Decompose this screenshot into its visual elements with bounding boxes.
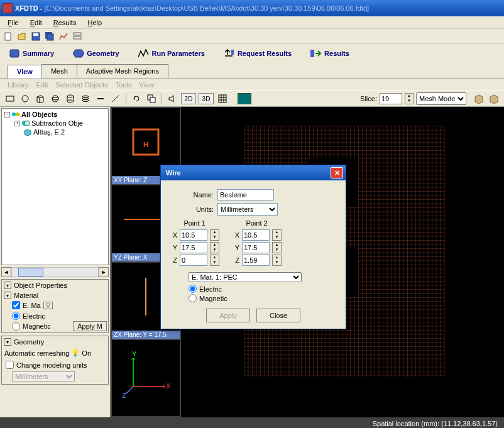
line-tool[interactable] <box>94 92 107 105</box>
dialog-title-bar[interactable]: Wire ✕ <box>161 165 346 180</box>
slice-input[interactable] <box>380 93 402 104</box>
svg-rect-10 <box>6 96 14 101</box>
request-icon <box>224 48 235 58</box>
name-input[interactable] <box>217 189 274 200</box>
material-check[interactable] <box>12 301 20 309</box>
dialog-electric-radio[interactable] <box>189 285 197 293</box>
p2x-up[interactable]: ▲ <box>273 230 281 235</box>
electric-radio[interactable] <box>12 312 20 320</box>
close-button[interactable]: Close <box>256 309 300 322</box>
grid-button[interactable] <box>216 92 229 105</box>
object-icon <box>23 128 32 136</box>
cylinder-tool[interactable] <box>64 92 77 105</box>
p2z-input[interactable] <box>242 255 270 266</box>
expand-icon[interactable]: + <box>14 121 20 126</box>
circle-tool[interactable] <box>19 92 31 105</box>
copy-tool[interactable] <box>145 92 158 105</box>
view-3d-button[interactable]: 3D <box>199 93 214 104</box>
rect-tool[interactable] <box>4 92 16 105</box>
p2x-input[interactable] <box>242 229 270 241</box>
svg-rect-8 <box>231 50 234 55</box>
mesh-mode-select[interactable]: Mesh Mode <box>416 92 466 105</box>
units-select-dialog[interactable]: Millimeters <box>217 203 278 216</box>
tree-root[interactable]: − All Objects <box>3 110 107 119</box>
menu-file[interactable]: File <box>3 18 24 28</box>
p1y-input[interactable] <box>180 242 207 253</box>
subtab-view[interactable]: View <box>8 65 42 79</box>
close-icon[interactable]: ✕ <box>331 167 343 178</box>
color-picker[interactable] <box>238 93 251 104</box>
p2y-down[interactable]: ▼ <box>273 248 281 253</box>
material-collapse[interactable]: ▾ <box>4 292 11 299</box>
slice-down[interactable]: ▼ <box>405 99 413 104</box>
tab-summary[interactable]: Summary <box>4 46 59 61</box>
p1y-down[interactable]: ▼ <box>211 248 219 253</box>
scroll-thumb[interactable] <box>18 268 43 277</box>
p2x-down[interactable]: ▼ <box>273 235 281 240</box>
p1y-up[interactable]: ▲ <box>211 243 219 248</box>
menu-edit[interactable]: Edit <box>25 18 47 28</box>
subtab-adaptive[interactable]: Adaptive Mesh Regions <box>77 64 168 77</box>
p2z-down[interactable]: ▼ <box>273 260 281 265</box>
p1x-down[interactable]: ▼ <box>211 235 219 240</box>
dialog-magnetic-radio[interactable] <box>189 294 197 302</box>
save-all-button[interactable] <box>44 31 55 42</box>
thumb-3d[interactable]: Y X Z <box>112 340 180 416</box>
menu-help[interactable]: Help <box>82 18 107 28</box>
svg-point-31 <box>25 121 30 126</box>
tree-subtraction[interactable]: + Subtraction Obje <box>3 119 107 128</box>
wire-tool[interactable] <box>109 92 122 105</box>
props-collapse[interactable]: ▾ <box>4 282 11 289</box>
tab-request-results[interactable]: Request Results <box>219 46 297 61</box>
geom-collapse[interactable]: ▾ <box>4 338 11 346</box>
open-button[interactable] <box>16 31 28 42</box>
scroll-right[interactable]: ► <box>99 267 109 277</box>
point1-group: Point 1 X▲▼ Y▲▼ Z▲▼ <box>170 219 219 267</box>
new-button[interactable] <box>3 31 14 42</box>
rotate-tool[interactable] <box>130 92 143 105</box>
p2z-up[interactable]: ▲ <box>273 255 281 260</box>
p1x-up[interactable]: ▲ <box>211 230 219 235</box>
geometry-icon <box>73 48 84 58</box>
material-picker[interactable]: ▽ <box>43 302 53 309</box>
object-tree[interactable]: − All Objects + Subtraction Obje Alttaş,… <box>1 108 109 265</box>
geometry-submenu: Library Edit Selected Objects Tools View <box>0 79 504 91</box>
view-2d-button[interactable]: 2D <box>181 93 196 104</box>
tab-run-parameters[interactable]: Run Parameters <box>133 46 210 61</box>
apply-material-button[interactable]: Apply M <box>73 321 107 331</box>
save-button[interactable] <box>30 31 41 42</box>
tab-results[interactable]: Results <box>305 46 354 61</box>
change-units-check[interactable] <box>6 361 14 369</box>
subtab-mesh[interactable]: Mesh <box>41 64 77 77</box>
view3d-alt-icon[interactable] <box>488 92 500 105</box>
sphere-tool[interactable] <box>49 92 62 105</box>
magnetic-radio[interactable] <box>12 322 20 331</box>
tab-geometry[interactable]: Geometry <box>68 46 124 61</box>
p2y-input[interactable] <box>242 242 270 253</box>
p1x-input[interactable] <box>180 229 207 241</box>
chart-button[interactable] <box>58 31 69 42</box>
apply-button[interactable]: Apply <box>206 309 250 322</box>
scroll-left[interactable]: ◄ <box>1 267 11 277</box>
tree-item-alttas[interactable]: Alttaş, E.2 <box>3 128 107 136</box>
svg-rect-4 <box>47 34 53 40</box>
svg-rect-23 <box>219 95 226 102</box>
p1z-down[interactable]: ▼ <box>211 260 219 265</box>
properties-button[interactable] <box>72 31 83 42</box>
collapse-icon[interactable]: − <box>4 112 10 118</box>
p1z-input[interactable] <box>180 255 207 266</box>
slice-up[interactable]: ▲ <box>405 94 413 99</box>
stack-tool[interactable] <box>79 92 92 105</box>
view3d-icon[interactable] <box>473 92 485 105</box>
submenu-selected: Selected Objects <box>56 81 108 89</box>
p1z-up[interactable]: ▲ <box>211 255 219 260</box>
svg-rect-5 <box>74 33 81 35</box>
material-select-dialog[interactable]: E. Mat. 1: PEC <box>189 272 302 282</box>
audio-icon[interactable] <box>166 92 178 105</box>
tree-hscroll[interactable]: ◄ ► <box>1 266 109 278</box>
box-tool[interactable] <box>34 92 47 105</box>
material-value: E. Ma <box>23 302 41 309</box>
menu-results[interactable]: Results <box>48 18 82 28</box>
p2y-up[interactable]: ▲ <box>273 243 281 248</box>
svg-point-14 <box>67 95 74 97</box>
